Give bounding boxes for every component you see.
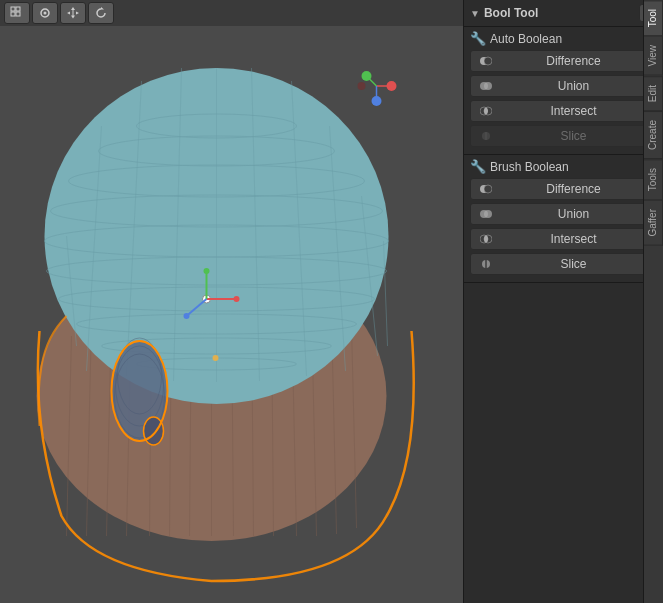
auto-slice-row: Slice — [470, 125, 657, 147]
brush-boolean-title: Brush Boolean — [490, 160, 569, 174]
svg-rect-0 — [11, 7, 15, 11]
brush-union-icon — [479, 207, 493, 221]
svg-rect-3 — [16, 12, 20, 16]
viewport — [0, 0, 463, 603]
tab-tool[interactable]: Tool — [644, 0, 663, 36]
auto-union-label: Union — [499, 79, 648, 93]
auto-intersect-icon — [479, 104, 493, 118]
auto-intersect-button[interactable]: Intersect — [470, 100, 657, 122]
auto-boolean-section: 🔧 Auto Boolean Difference — [464, 27, 663, 155]
svg-point-58 — [213, 355, 219, 361]
auto-difference-row: Difference — [470, 50, 657, 72]
auto-difference-icon — [479, 54, 493, 68]
brush-intersect-row: Intersect — [470, 228, 657, 250]
brush-union-row: Union — [470, 203, 657, 225]
svg-point-55 — [204, 268, 210, 274]
bool-tool-header: ▼ Bool Tool ? — [464, 0, 663, 27]
auto-slice-icon — [479, 129, 493, 143]
brush-intersect-icon — [479, 232, 493, 246]
tab-gaffer[interactable]: Gaffer — [644, 200, 663, 246]
brush-boolean-section: 🔧 Brush Boolean Difference — [464, 155, 663, 283]
svg-point-69 — [484, 82, 492, 90]
svg-point-57 — [184, 313, 190, 319]
auto-intersect-row: Intersect — [470, 100, 657, 122]
brush-intersect-button[interactable]: Intersect — [470, 228, 657, 250]
brush-slice-icon — [479, 257, 493, 271]
auto-union-row: Union — [470, 75, 657, 97]
panel-resize-handle[interactable] — [460, 0, 464, 603]
svg-point-77 — [484, 185, 492, 193]
auto-union-button[interactable]: Union — [470, 75, 657, 97]
brush-slice-row: Slice — [470, 253, 657, 275]
brush-difference-label: Difference — [499, 182, 648, 196]
grid-overlay-button[interactable] — [4, 2, 30, 24]
svg-rect-1 — [16, 7, 20, 11]
top-toolbar — [0, 0, 463, 26]
brush-difference-icon — [479, 182, 493, 196]
panel-title-container: ▼ Bool Tool — [470, 6, 538, 20]
wrench-icon: 🔧 — [470, 31, 486, 46]
auto-boolean-header: 🔧 Auto Boolean — [470, 31, 657, 46]
camera-view-button[interactable] — [32, 2, 58, 24]
panel-title: Bool Tool — [484, 6, 538, 20]
svg-rect-2 — [11, 12, 15, 16]
svg-point-53 — [234, 296, 240, 302]
brush-boolean-header: 🔧 Brush Boolean — [470, 159, 657, 174]
tab-tools[interactable]: Tools — [644, 159, 663, 200]
right-panel: ▼ Bool Tool ? 🔧 Auto Boolean Difference — [463, 0, 663, 603]
auto-difference-label: Difference — [499, 54, 648, 68]
auto-intersect-label: Intersect — [499, 104, 648, 118]
brush-wrench-icon: 🔧 — [470, 159, 486, 174]
brush-intersect-label: Intersect — [499, 232, 648, 246]
auto-slice-label: Slice — [499, 129, 648, 143]
brush-difference-row: Difference — [470, 178, 657, 200]
tab-view[interactable]: View — [644, 36, 663, 76]
brush-union-label: Union — [499, 207, 648, 221]
brush-slice-label: Slice — [499, 257, 648, 271]
auto-boolean-title: Auto Boolean — [490, 32, 562, 46]
tab-edit[interactable]: Edit — [644, 76, 663, 111]
side-tabs-container: Tool View Edit Create Tools Gaffer — [643, 0, 663, 603]
move-tool-button[interactable] — [60, 2, 86, 24]
brush-union-button[interactable]: Union — [470, 203, 657, 225]
brush-slice-button[interactable]: Slice — [470, 253, 657, 275]
3d-scene — [0, 26, 463, 603]
auto-slice-button[interactable]: Slice — [470, 125, 657, 147]
collapse-arrow-icon[interactable]: ▼ — [470, 8, 480, 19]
svg-point-5 — [44, 12, 47, 15]
auto-difference-button[interactable]: Difference — [470, 50, 657, 72]
rotate-tool-button[interactable] — [88, 2, 114, 24]
tab-create[interactable]: Create — [644, 111, 663, 159]
auto-union-icon — [479, 79, 493, 93]
svg-point-79 — [484, 210, 492, 218]
brush-difference-button[interactable]: Difference — [470, 178, 657, 200]
svg-point-62 — [358, 82, 366, 90]
svg-point-67 — [484, 57, 492, 65]
